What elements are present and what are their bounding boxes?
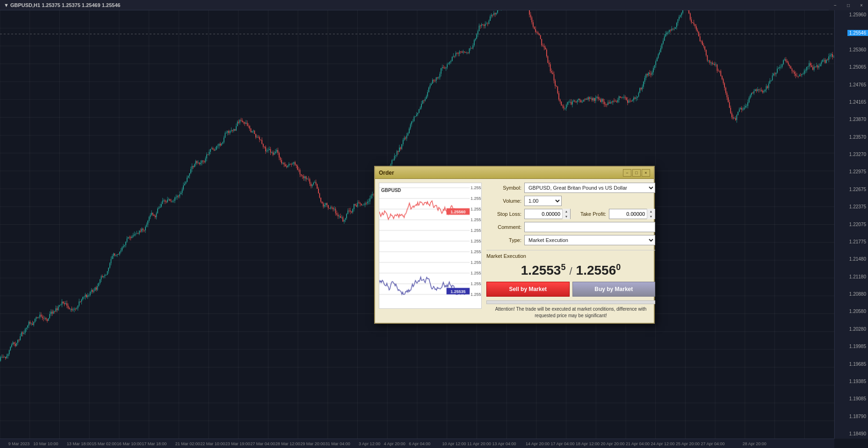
price-label: 1.19685: [837, 362, 866, 367]
sl-tp-row: Stop Loss: 0.00000 ▲ ▼ Take Profit: 0.00…: [486, 209, 655, 219]
take-profit-down[interactable]: ▼: [647, 214, 655, 219]
time-label: 15 Mar 02:00: [92, 441, 116, 446]
time-label: 28 Mar 12:00: [275, 441, 300, 446]
market-execution-label: Market Execution: [486, 253, 655, 259]
time-label: 16 Mar 10:00: [117, 441, 142, 446]
order-close-btn[interactable]: ×: [642, 169, 650, 177]
comment-row: Comment:: [486, 222, 655, 232]
time-label: 14 Apr 20:00: [526, 441, 550, 446]
price-label: 1.22975: [837, 169, 866, 175]
price-label: 1.19985: [837, 344, 866, 349]
time-label: 10 Apr 12:00: [442, 441, 466, 446]
time-label: 13 Mar 18:00: [67, 441, 92, 446]
stop-loss-input[interactable]: 0.00000: [525, 211, 562, 217]
price-display: 1.25535 / 1.25560: [486, 263, 655, 278]
time-label: 4 Apr 20:00: [384, 441, 405, 446]
time-label: 21 Mar 02:00: [175, 441, 200, 446]
order-dialog: Order − □ × Symbol: GBPUSD, Great Britan…: [374, 166, 655, 324]
progress-bar: [486, 300, 655, 304]
time-label: 21 Apr 04:00: [626, 441, 650, 446]
time-label: 6 Apr 04:00: [409, 441, 430, 446]
take-profit-spinbox[interactable]: 0.00000 ▲ ▼: [609, 209, 655, 219]
order-right-panel: Symbol: GBPUSD, Great Britan Pound vs US…: [486, 183, 655, 319]
order-titlebar[interactable]: Order − □ ×: [375, 167, 654, 179]
price-label: 1.19385: [837, 379, 866, 384]
stop-loss-label: Stop Loss:: [486, 211, 521, 217]
stop-loss-up[interactable]: ▲: [563, 209, 570, 214]
time-label: 10 Mar 10:00: [33, 441, 58, 446]
stop-loss-spinbox[interactable]: 0.00000 ▲ ▼: [524, 209, 571, 219]
symbol-row: Symbol: GBPUSD, Great Britan Pound vs US…: [486, 183, 655, 193]
time-label: 24 Apr 12:00: [651, 441, 675, 446]
price-label: 1.23270: [837, 152, 866, 157]
price-label: 1.22075: [837, 222, 866, 228]
maximize-button[interactable]: □: [842, 0, 855, 10]
warning-text: Attention! The trade will be executed at…: [486, 306, 655, 319]
ask-price: 1.25560: [576, 263, 621, 278]
volume-select[interactable]: 1.00: [524, 196, 562, 206]
price-label: 1.23570: [837, 135, 866, 140]
time-label: 27 Apr 04:00: [701, 441, 725, 446]
comment-label: Comment:: [486, 224, 521, 230]
stop-loss-down[interactable]: ▼: [563, 214, 570, 219]
volume-row: Volume: 1.00: [486, 196, 655, 206]
time-label: 11 Apr 20:00: [467, 441, 491, 446]
price-label: 1.23870: [837, 117, 866, 122]
price-label: 1.21180: [837, 274, 866, 280]
order-maximize-btn[interactable]: □: [632, 169, 641, 177]
price-label: 1.18790: [837, 414, 866, 420]
close-button[interactable]: ×: [855, 0, 868, 10]
price-label: 1.21480: [837, 256, 866, 262]
comment-input[interactable]: [524, 222, 655, 232]
type-label: Type:: [486, 237, 521, 243]
ask-small: 0: [616, 263, 621, 272]
price-separator: /: [569, 265, 572, 277]
bid-price: 1.25535: [521, 263, 566, 278]
time-label: 17 Apr 04:00: [550, 441, 574, 446]
price-scale: 1.259601.256601.253601.250651.247651.241…: [834, 10, 868, 439]
symbol-label: Symbol:: [486, 185, 521, 191]
chart-titlebar: ▼ GBPUSD,H1 1.25375 1.25375 1.25469 1.25…: [0, 0, 868, 10]
sell-by-market-button[interactable]: Sell by Market: [486, 282, 570, 297]
time-label: 29 Mar 20:00: [300, 441, 325, 446]
ask-big: 1.2556: [576, 263, 616, 277]
trade-buttons: Sell by Market Buy by Market: [486, 282, 655, 297]
time-label: 17 Mar 18:00: [142, 441, 166, 446]
buy-by-market-button[interactable]: Buy by Market: [572, 282, 656, 297]
bid-small: 5: [561, 263, 565, 272]
time-label: 18 Apr 12:00: [576, 441, 600, 446]
chart-title: ▼ GBPUSD,H1 1.25375 1.25375 1.25469 1.25…: [4, 2, 120, 8]
take-profit-up[interactable]: ▲: [647, 209, 655, 214]
type-row: Type: Market Execution: [486, 235, 655, 245]
time-label: 25 Apr 20:00: [676, 441, 700, 446]
time-label: 3 Apr 12:00: [359, 441, 380, 446]
symbol-select[interactable]: GBPUSD, Great Britan Pound vs US Dollar: [524, 183, 655, 193]
bid-big: 1.2553: [521, 263, 561, 277]
time-label: 23 Mar 19:00: [225, 441, 250, 446]
order-mini-chart: [379, 183, 482, 309]
market-execution-section: Market Execution 1.25535 / 1.25560 Sell: [486, 250, 655, 319]
time-label: 9 Mar 2023: [8, 441, 30, 446]
price-label: 1.19085: [837, 396, 866, 402]
time-label: 27 Mar 04:00: [250, 441, 275, 446]
price-label: 1.22375: [837, 204, 866, 210]
time-label: 13 Apr 04:00: [492, 441, 516, 446]
price-label: 1.22675: [837, 187, 866, 192]
time-label: 28 Apr 20:00: [743, 441, 767, 446]
take-profit-label: Take Profit:: [573, 211, 606, 217]
time-scale: 9 Mar 202310 Mar 10:0013 Mar 18:0015 Mar…: [0, 439, 834, 448]
price-label: 1.24765: [837, 82, 866, 88]
price-label: 1.21775: [837, 239, 866, 245]
price-label: 1.25960: [837, 12, 866, 18]
price-label: 1.20580: [837, 309, 866, 314]
minimize-button[interactable]: −: [829, 0, 842, 10]
order-minimize-btn[interactable]: −: [623, 169, 631, 177]
price-label: 1.25065: [837, 64, 866, 70]
type-select[interactable]: Market Execution: [524, 235, 655, 245]
take-profit-input[interactable]: 0.00000: [609, 211, 647, 217]
order-window-controls[interactable]: − □ ×: [623, 169, 650, 177]
price-label: 1.18490: [837, 431, 866, 437]
time-label: 20 Apr 20:00: [600, 441, 624, 446]
time-label: 31 Mar 04:00: [326, 441, 350, 446]
window-controls[interactable]: − □ ×: [829, 0, 868, 10]
